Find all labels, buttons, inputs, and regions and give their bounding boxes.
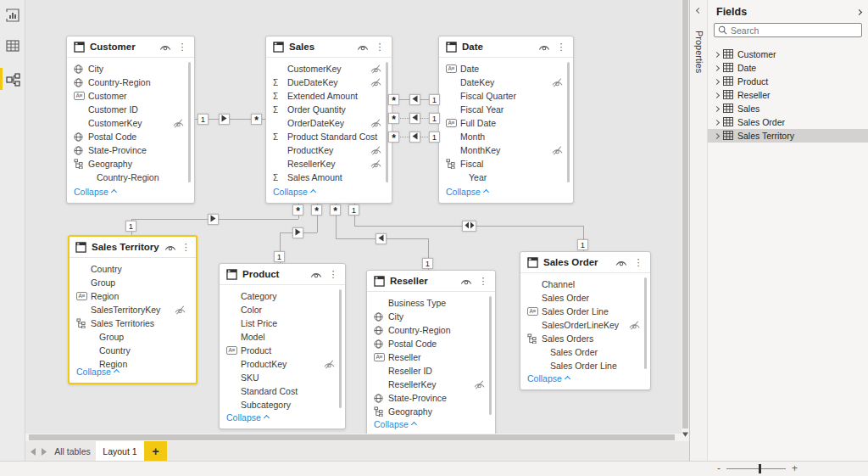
- hidden-eye-icon[interactable]: [324, 360, 335, 369]
- field-row[interactable]: Geography: [67, 157, 194, 171]
- cardinality-one-badge[interactable]: 1: [274, 251, 285, 262]
- zoom-slider-handle[interactable]: [759, 464, 761, 473]
- table-card-header[interactable]: Product ⋮: [220, 264, 345, 285]
- field-row[interactable]: Customer ID: [67, 103, 194, 116]
- collapse-link[interactable]: Collapse: [74, 187, 108, 197]
- table-card-date[interactable]: Date ⋮ A≡Date DateKey Fiscal Quarter Fis…: [438, 36, 574, 204]
- field-row[interactable]: A≡Full Date: [439, 116, 573, 130]
- hidden-eye-icon[interactable]: [552, 78, 563, 87]
- field-row[interactable]: City: [67, 62, 194, 76]
- hidden-eye-icon[interactable]: [175, 305, 186, 315]
- filter-direction-right-icon[interactable]: [292, 227, 303, 238]
- field-row[interactable]: Postal Code: [67, 130, 194, 143]
- scrollbar-thumb[interactable]: [682, 0, 688, 428]
- field-row[interactable]: SalesOrderLineKey: [520, 318, 650, 332]
- chevron-right-icon[interactable]: [714, 92, 720, 98]
- hidden-eye-icon[interactable]: [552, 146, 563, 155]
- chevron-right-icon[interactable]: [714, 105, 720, 111]
- field-row[interactable]: Postal Code: [367, 337, 495, 350]
- cardinality-one-badge[interactable]: 1: [348, 204, 359, 216]
- collapse-control[interactable]: Collapse: [446, 184, 488, 199]
- collapse-control[interactable]: Collapse: [374, 417, 416, 432]
- canvas-horizontal-scrollbar[interactable]: [25, 434, 682, 441]
- cardinality-many-badge[interactable]: *: [388, 113, 399, 124]
- field-row[interactable]: Sales Order: [520, 291, 650, 305]
- filter-direction-left-icon[interactable]: [409, 132, 420, 143]
- more-options-icon[interactable]: ⋮: [327, 269, 339, 280]
- tab-all-tables[interactable]: All tables: [49, 441, 96, 461]
- field-row[interactable]: Country: [70, 344, 196, 357]
- field-row[interactable]: A≡Product: [220, 344, 345, 357]
- cardinality-many-badge[interactable]: *: [388, 132, 399, 143]
- field-row[interactable]: Color: [220, 303, 345, 316]
- field-row[interactable]: Country-Region: [367, 323, 495, 337]
- tree-item-sales-territory[interactable]: Sales Territory: [708, 129, 868, 143]
- collapse-control[interactable]: Collapse: [76, 364, 119, 379]
- table-card-header[interactable]: Date ⋮: [439, 36, 573, 58]
- field-row[interactable]: ΣProduct Standard Cost: [266, 130, 392, 143]
- cardinality-one-badge[interactable]: 1: [422, 258, 433, 269]
- expand-properties-icon[interactable]: [696, 8, 702, 14]
- filter-direction-both-icon[interactable]: [462, 221, 476, 232]
- table-card-header[interactable]: Reseller ⋮: [367, 271, 495, 292]
- hidden-eye-icon[interactable]: [474, 380, 485, 389]
- field-row[interactable]: Standard Cost: [220, 384, 345, 398]
- chevron-right-icon[interactable]: [714, 132, 720, 138]
- card-scrollbar[interactable]: [567, 62, 570, 182]
- field-row[interactable]: Group: [70, 276, 196, 289]
- zoom-slider-track[interactable]: [726, 468, 786, 469]
- field-row[interactable]: Fiscal Year: [439, 103, 573, 116]
- card-scrollbar[interactable]: [188, 62, 191, 182]
- chevron-right-icon[interactable]: [714, 51, 720, 57]
- search-box[interactable]: [714, 23, 862, 37]
- hidden-eye-icon[interactable]: [370, 64, 381, 74]
- tree-item-product[interactable]: Product: [708, 75, 868, 88]
- collapse-link[interactable]: Collapse: [374, 419, 409, 429]
- collapse-link[interactable]: Collapse: [527, 373, 562, 384]
- field-row[interactable]: A≡Customer: [67, 89, 194, 103]
- table-card-header[interactable]: Customer ⋮: [67, 36, 194, 58]
- cardinality-many-badge[interactable]: *: [388, 94, 399, 105]
- filter-direction-left-icon[interactable]: [409, 94, 420, 105]
- field-row[interactable]: A≡Sales Order Line: [520, 305, 650, 318]
- table-card-customer[interactable]: Customer ⋮ City Country-Region A≡Custome…: [66, 36, 195, 204]
- data-view-button[interactable]: [5, 38, 20, 53]
- table-card-header[interactable]: Sales Order ⋮: [520, 252, 650, 273]
- tree-item-date[interactable]: Date: [708, 61, 868, 75]
- tree-item-customer[interactable]: Customer: [708, 48, 868, 61]
- scroll-down-icon[interactable]: [682, 430, 688, 439]
- cardinality-one-badge[interactable]: 1: [577, 239, 588, 250]
- report-view-button[interactable]: [5, 8, 20, 23]
- tree-item-sales-order[interactable]: Sales Order: [708, 115, 868, 129]
- field-row[interactable]: ResellerKey: [266, 157, 392, 171]
- hidden-eye-icon[interactable]: [370, 119, 381, 128]
- collapse-control[interactable]: Collapse: [74, 184, 116, 199]
- collapse-fields-panel-icon[interactable]: [856, 8, 862, 14]
- more-options-icon[interactable]: ⋮: [632, 257, 644, 268]
- field-row[interactable]: ProductKey: [220, 357, 345, 371]
- chevron-right-icon[interactable]: [714, 119, 720, 125]
- field-row[interactable]: Sales Orders: [520, 332, 650, 345]
- collapse-link[interactable]: Collapse: [76, 367, 111, 377]
- zoom-in-button[interactable]: +: [792, 462, 798, 474]
- table-card-sales[interactable]: Sales ⋮ CustomerKey ΣDueDateKey ΣExtende…: [265, 36, 392, 204]
- field-row[interactable]: Fiscal Quarter: [439, 89, 573, 103]
- table-card-sales-order[interactable]: Sales Order ⋮ Channel Sales Order A≡Sale…: [520, 251, 651, 390]
- table-card-product[interactable]: Product ⋮ Category Color List Price Mode…: [219, 263, 346, 429]
- collapse-link[interactable]: Collapse: [273, 187, 308, 197]
- field-row[interactable]: A≡Region: [70, 289, 196, 303]
- eye-icon[interactable]: [357, 43, 369, 51]
- tabs-scroll-right-icon[interactable]: [42, 447, 48, 456]
- eye-icon[interactable]: [538, 43, 550, 51]
- field-row[interactable]: SKU: [220, 371, 345, 384]
- tab-layout-1[interactable]: Layout 1: [96, 441, 144, 461]
- hidden-eye-icon[interactable]: [370, 78, 381, 87]
- cardinality-one-badge[interactable]: 1: [198, 114, 209, 125]
- table-card-sales-territory[interactable]: Sales Territory ⋮ Country Group A≡Region…: [68, 235, 198, 384]
- eye-icon[interactable]: [460, 277, 472, 285]
- hidden-eye-icon[interactable]: [370, 160, 381, 169]
- field-row[interactable]: Month: [439, 130, 573, 143]
- field-row[interactable]: ΣOrder Quantity: [266, 103, 392, 116]
- eye-icon[interactable]: [615, 259, 627, 266]
- card-scrollbar[interactable]: [489, 296, 492, 415]
